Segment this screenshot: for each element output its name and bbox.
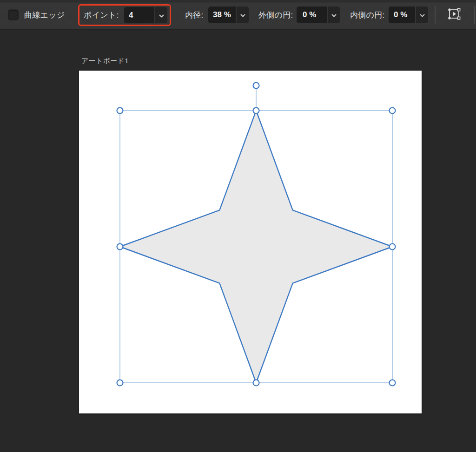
points-combobox[interactable]: 4 bbox=[124, 7, 167, 23]
app-window: 曲線エッジ ポイント: 4 内径: 38 % 外側の円: bbox=[0, 0, 476, 452]
insertion-target-icon bbox=[446, 7, 462, 23]
selection-handle[interactable] bbox=[117, 380, 123, 386]
outer-circle-label: 外側の円: bbox=[258, 9, 293, 20]
points-value[interactable]: 4 bbox=[124, 7, 154, 23]
points-label: ポイント: bbox=[84, 10, 119, 20]
outer-circle-value[interactable]: 0 % bbox=[297, 7, 327, 23]
chevron-down-icon bbox=[331, 11, 337, 19]
star-shape[interactable] bbox=[120, 111, 392, 383]
inner-circle-dropdown-button[interactable] bbox=[416, 7, 428, 23]
context-toolbar: 曲線エッジ ポイント: 4 内径: 38 % 外側の円: bbox=[0, 0, 476, 30]
selection-handle[interactable] bbox=[117, 108, 123, 114]
rotation-handle[interactable] bbox=[253, 83, 259, 89]
selection-handle[interactable] bbox=[390, 108, 396, 114]
toolbar-divider bbox=[474, 6, 475, 24]
curve-edge-label: 曲線エッジ bbox=[24, 9, 65, 20]
inner-circle-combobox[interactable]: 0 % bbox=[389, 7, 428, 23]
points-dropdown-button[interactable] bbox=[155, 7, 167, 23]
toolbar-divider bbox=[435, 6, 436, 24]
canvas-area[interactable]: アートボード1 bbox=[0, 30, 476, 452]
selection-handle[interactable] bbox=[390, 380, 396, 386]
inner-radius-value[interactable]: 38 % bbox=[208, 7, 236, 23]
chevron-down-icon bbox=[420, 11, 425, 19]
inner-radius-dropdown-button[interactable] bbox=[237, 7, 249, 23]
chevron-down-icon bbox=[159, 11, 164, 20]
inner-circle-label: 内側の円: bbox=[350, 9, 385, 20]
curve-edge-checkbox[interactable] bbox=[8, 9, 19, 20]
selection-handle[interactable] bbox=[253, 108, 259, 114]
inner-circle-value[interactable]: 0 % bbox=[389, 7, 415, 23]
highlight-box: ポイント: 4 bbox=[78, 4, 171, 26]
inner-radius-label: 内径: bbox=[185, 9, 204, 20]
outer-circle-dropdown-button[interactable] bbox=[328, 7, 340, 23]
outer-circle-combobox[interactable]: 0 % bbox=[297, 7, 340, 23]
artboard-label[interactable]: アートボード1 bbox=[81, 57, 129, 66]
artboard[interactable] bbox=[79, 71, 422, 413]
selection-handle[interactable] bbox=[253, 380, 259, 386]
inner-radius-combobox[interactable]: 38 % bbox=[208, 7, 249, 23]
selection-overlay bbox=[79, 71, 422, 413]
insertion-target-button[interactable] bbox=[444, 5, 464, 25]
chevron-down-icon bbox=[240, 11, 245, 19]
selection-handle[interactable] bbox=[390, 244, 396, 250]
selection-handle[interactable] bbox=[117, 244, 123, 250]
